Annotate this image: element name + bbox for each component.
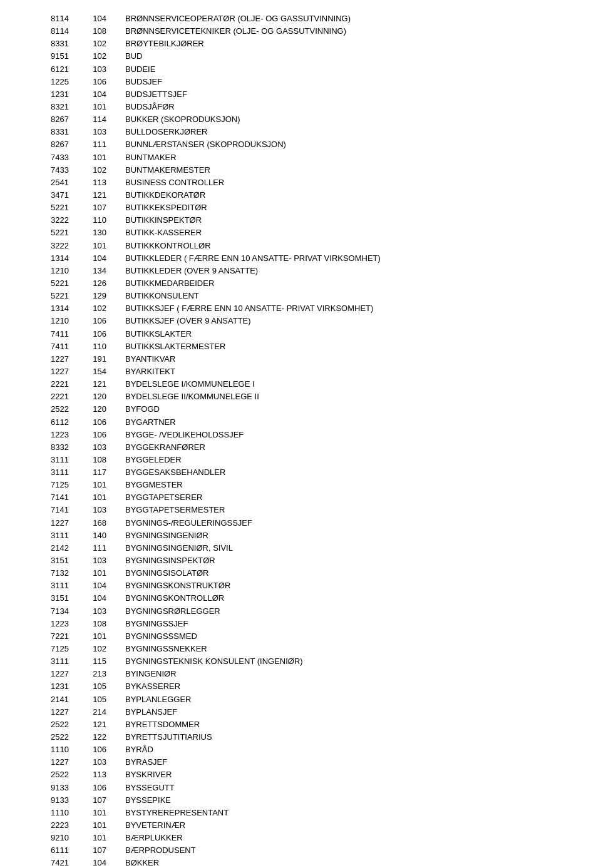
table-row: 7433101BUNTMAKER bbox=[38, 151, 563, 164]
title-cell: BUTIKKONSULENT bbox=[125, 290, 563, 302]
data-table: 8114104BRØNNSERVICEOPERATØR (OLJE- OG GA… bbox=[38, 13, 563, 868]
num-cell: 108 bbox=[88, 618, 125, 630]
num-cell: 104 bbox=[88, 13, 125, 25]
num-cell: 106 bbox=[88, 416, 125, 429]
title-cell: BYKASSERER bbox=[125, 680, 563, 693]
table-row: 7141101BYGGTAPETSERER bbox=[38, 491, 563, 504]
num-cell: 121 bbox=[88, 189, 125, 202]
num-cell: 214 bbox=[88, 706, 125, 718]
num-cell: 115 bbox=[88, 655, 125, 668]
num-cell: 103 bbox=[88, 554, 125, 567]
title-cell: BYGNINGSKONSTRUKTØR bbox=[125, 580, 563, 592]
table-row: 1110106BYRÅD bbox=[38, 743, 563, 756]
code-cell: 5221 bbox=[38, 290, 88, 302]
num-cell: 129 bbox=[88, 290, 125, 302]
code-cell: 3111 bbox=[38, 466, 88, 479]
num-cell: 101 bbox=[88, 151, 125, 164]
code-cell: 1210 bbox=[38, 265, 88, 277]
table-row: 1227154BYARKITEKT bbox=[38, 365, 563, 378]
num-cell: 130 bbox=[88, 227, 125, 239]
num-cell: 103 bbox=[88, 63, 125, 76]
table-row: 1314104BUTIKKLEDER ( FÆRRE ENN 10 ANSATT… bbox=[38, 252, 563, 265]
num-cell: 102 bbox=[88, 38, 125, 50]
table-row: 8267111BUNNLÆRSTANSER (SKOPRODUKSJON) bbox=[38, 138, 563, 151]
table-row: 3111140BYGNINGSINGENIØR bbox=[38, 529, 563, 542]
table-row: 7421104BØKKER bbox=[38, 857, 563, 868]
title-cell: BUTIKKSJEF (OVER 9 ANSATTE) bbox=[125, 315, 563, 327]
title-cell: BYGNINGSSNEKKER bbox=[125, 643, 563, 655]
table-row: 5221129BUTIKKONSULENT bbox=[38, 290, 563, 302]
num-cell: 107 bbox=[88, 844, 125, 857]
num-cell: 111 bbox=[88, 542, 125, 554]
code-cell: 5221 bbox=[38, 277, 88, 290]
table-row: 3222101BUTIKKKONTROLLØR bbox=[38, 240, 563, 252]
code-cell: 5221 bbox=[38, 227, 88, 239]
num-cell: 102 bbox=[88, 164, 125, 176]
code-cell: 2541 bbox=[38, 176, 88, 189]
code-cell: 1231 bbox=[38, 88, 88, 101]
title-cell: BUDSJEF bbox=[125, 76, 563, 88]
num-cell: 126 bbox=[88, 277, 125, 290]
code-cell: 3111 bbox=[38, 580, 88, 592]
num-cell: 154 bbox=[88, 365, 125, 378]
table-row: 1227168BYGNINGS-/REGULERINGSSJEF bbox=[38, 517, 563, 529]
table-row: 7134103BYGNINGSRØRLEGGER bbox=[38, 605, 563, 618]
title-cell: BYRETTSDOMMER bbox=[125, 718, 563, 731]
code-cell: 3222 bbox=[38, 240, 88, 252]
table-row: 8114104BRØNNSERVICEOPERATØR (OLJE- OG GA… bbox=[38, 13, 563, 25]
code-cell: 7411 bbox=[38, 340, 88, 353]
title-cell: BUTIKKINSPEKTØR bbox=[125, 214, 563, 227]
num-cell: 107 bbox=[88, 202, 125, 214]
title-cell: BYDELSLEGE I/KOMMUNELEGE I bbox=[125, 378, 563, 391]
table-row: 1231105BYKASSERER bbox=[38, 680, 563, 693]
title-cell: BYVETERINÆR bbox=[125, 819, 563, 832]
table-row: 1231104BUDSJETTSJEF bbox=[38, 88, 563, 101]
title-cell: BYGNINGSINGENIØR, SIVIL bbox=[125, 542, 563, 554]
table-row: 9133107BYSSEPIKE bbox=[38, 794, 563, 807]
table-row: 1227214BYPLANSJEF bbox=[38, 706, 563, 718]
num-cell: 104 bbox=[88, 592, 125, 605]
num-cell: 101 bbox=[88, 240, 125, 252]
title-cell: BYRÅD bbox=[125, 743, 563, 756]
table-row: 3151103BYGNINGSINSPEKTØR bbox=[38, 554, 563, 567]
title-cell: BUD bbox=[125, 50, 563, 63]
code-cell: 1227 bbox=[38, 756, 88, 768]
title-cell: BUDSJÅFØR bbox=[125, 101, 563, 113]
code-cell: 8332 bbox=[38, 441, 88, 454]
title-cell: BRØNNSERVICETEKNIKER (OLJE- OG GASSUTVIN… bbox=[125, 25, 563, 38]
table-row: 5221107BUTIKKEKSPEDITØR bbox=[38, 202, 563, 214]
code-cell: 1223 bbox=[38, 429, 88, 441]
num-cell: 101 bbox=[88, 819, 125, 832]
code-cell: 3151 bbox=[38, 592, 88, 605]
table-row: 6111107BÆRPRODUSENT bbox=[38, 844, 563, 857]
num-cell: 108 bbox=[88, 25, 125, 38]
title-cell: BULLDOSERKJØRER bbox=[125, 126, 563, 138]
table-row: 9210101BÆRPLUKKER bbox=[38, 832, 563, 844]
title-cell: BYGNINGSSSMED bbox=[125, 630, 563, 643]
title-cell: BØKKER bbox=[125, 857, 563, 868]
code-cell: 1227 bbox=[38, 668, 88, 680]
num-cell: 105 bbox=[88, 693, 125, 706]
title-cell: BUSINESS CONTROLLER bbox=[125, 176, 563, 189]
title-cell: BYSSEGUTT bbox=[125, 782, 563, 794]
table-row: 9151102BUD bbox=[38, 50, 563, 63]
table-row: 1227191BYANTIKVAR bbox=[38, 353, 563, 365]
code-cell: 7411 bbox=[38, 328, 88, 340]
num-cell: 106 bbox=[88, 328, 125, 340]
title-cell: BUTIKKMEDARBEIDER bbox=[125, 277, 563, 290]
num-cell: 120 bbox=[88, 403, 125, 416]
title-cell: BUDSJETTSJEF bbox=[125, 88, 563, 101]
num-cell: 120 bbox=[88, 391, 125, 403]
code-cell: 2522 bbox=[38, 731, 88, 743]
num-cell: 117 bbox=[88, 466, 125, 479]
code-cell: 1110 bbox=[38, 807, 88, 819]
code-cell: 1227 bbox=[38, 365, 88, 378]
num-cell: 140 bbox=[88, 529, 125, 542]
table-row: 1314102BUTIKKSJEF ( FÆRRE ENN 10 ANSATTE… bbox=[38, 302, 563, 315]
num-cell: 103 bbox=[88, 126, 125, 138]
code-cell: 7132 bbox=[38, 567, 88, 580]
code-cell: 5221 bbox=[38, 202, 88, 214]
code-cell: 1110 bbox=[38, 743, 88, 756]
table-row: 3471121BUTIKKDEKORATØR bbox=[38, 189, 563, 202]
table-row: 7411106BUTIKKSLAKTER bbox=[38, 328, 563, 340]
